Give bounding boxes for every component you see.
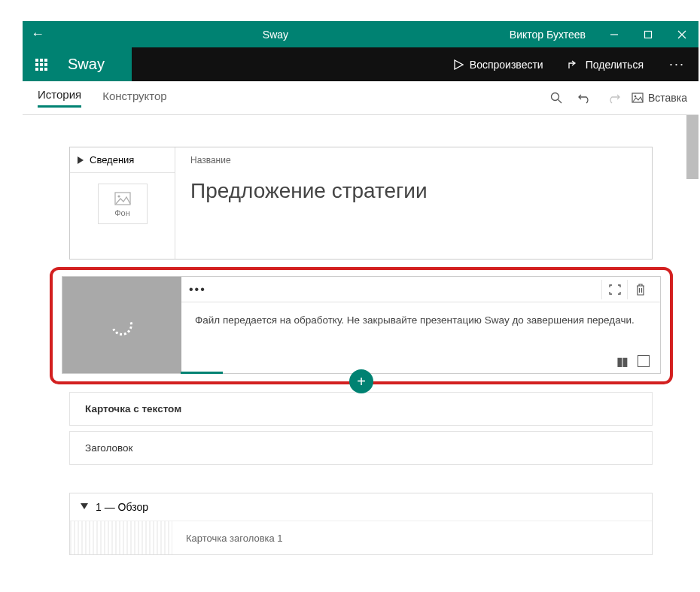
upload-thumbnail	[62, 277, 181, 373]
command-bar-mid	[132, 47, 441, 81]
upload-body: ••• Файл передается на обработку. Не зак…	[181, 277, 660, 373]
focus-button[interactable]	[601, 280, 627, 299]
title-field-label: Название	[190, 155, 637, 165]
redo-button[interactable]	[603, 87, 624, 108]
tab-designer[interactable]: Конструктор	[102, 90, 167, 107]
svg-marker-13	[455, 60, 463, 69]
section-title: 1 — Обзор	[96, 501, 148, 513]
svg-rect-6	[44, 59, 47, 62]
section-card[interactable]: 1 — Обзор Карточка заголовка 1	[69, 493, 653, 555]
tab-bar: История Конструктор Вставка	[23, 81, 698, 115]
minimize-button[interactable]	[597, 21, 631, 47]
upload-message: Файл передается на обработку. Не закрыва…	[181, 302, 660, 349]
share-button[interactable]: Поделиться	[555, 47, 656, 81]
canvas: Сведения Фон Название Предложение страте…	[23, 115, 698, 571]
details-label: Сведения	[90, 154, 134, 165]
share-label: Поделиться	[586, 59, 644, 71]
svg-rect-12	[44, 68, 47, 71]
svg-rect-4	[35, 59, 38, 62]
add-card-button[interactable]: +	[349, 369, 373, 393]
undo-button[interactable]	[574, 87, 595, 108]
app-brand[interactable]: Sway	[60, 47, 132, 81]
close-button[interactable]	[665, 21, 698, 47]
scrollbar[interactable]	[686, 115, 698, 179]
annotation-highlight: ••• Файл передается на обработку. Не зак…	[50, 267, 673, 384]
delete-button[interactable]	[627, 280, 653, 299]
maximize-button[interactable]	[631, 21, 665, 47]
svg-rect-10	[35, 68, 38, 71]
play-icon	[453, 59, 464, 70]
picture-icon	[114, 192, 131, 205]
command-bar: Sway Воспроизвести Поделиться ···	[23, 47, 698, 81]
svg-point-17	[635, 96, 637, 98]
chevron-down-icon	[81, 503, 88, 511]
window-controls	[597, 21, 698, 47]
stop-button[interactable]	[638, 355, 650, 367]
section-body: Карточка заголовка 1	[70, 521, 652, 554]
search-icon	[550, 92, 562, 104]
svg-rect-9	[44, 63, 47, 66]
undo-icon	[578, 92, 592, 104]
title-card-sidebar: Сведения Фон	[70, 147, 175, 259]
background-label: Фон	[114, 208, 130, 217]
svg-rect-11	[40, 68, 43, 71]
more-button[interactable]: ···	[656, 56, 698, 72]
details-toggle[interactable]: Сведения	[70, 147, 175, 173]
tabs: История Конструктор	[23, 81, 167, 114]
play-label: Воспроизвести	[470, 59, 543, 71]
command-bar-right: Воспроизвести Поделиться ···	[441, 47, 698, 81]
svg-point-14	[551, 93, 558, 101]
section-sub: Карточка заголовка 1	[172, 533, 283, 544]
svg-line-15	[558, 100, 562, 104]
text-card[interactable]: Карточка с текстом	[69, 392, 653, 426]
redo-icon	[607, 92, 620, 104]
upload-toolbar: •••	[181, 277, 660, 302]
upload-progress	[181, 372, 223, 374]
trash-icon	[635, 284, 646, 296]
minimize-icon	[610, 30, 619, 39]
waffle-icon	[35, 59, 47, 71]
close-icon	[677, 30, 686, 39]
tab-right-tools: Вставка	[546, 87, 698, 108]
svg-rect-19	[115, 193, 130, 205]
section-header[interactable]: 1 — Обзор	[70, 493, 652, 521]
app-launcher[interactable]	[23, 47, 60, 81]
svg-marker-21	[81, 503, 88, 509]
search-button[interactable]	[546, 87, 567, 108]
svg-rect-7	[35, 63, 38, 66]
svg-rect-8	[40, 63, 43, 66]
image-icon	[632, 93, 644, 103]
section-thumb	[70, 521, 172, 554]
user-name[interactable]: Виктор Бухтеев	[498, 29, 597, 41]
pause-button[interactable]: ▮▮	[616, 354, 627, 369]
upload-card[interactable]: ••• Файл передается на обработку. Не зак…	[62, 276, 661, 374]
tab-story[interactable]: История	[38, 88, 81, 108]
svg-point-20	[117, 195, 120, 197]
heading-card[interactable]: Заголовок	[69, 431, 653, 465]
svg-rect-1	[644, 31, 651, 38]
back-button[interactable]: ←	[23, 26, 53, 42]
chevron-right-icon	[78, 156, 84, 164]
title-heading[interactable]: Предложение стратегии	[190, 179, 637, 203]
upload-footer: ▮▮	[181, 349, 660, 373]
focus-icon	[609, 284, 621, 295]
title-bar: ← Sway Виктор Бухтеев	[23, 21, 698, 47]
title-card[interactable]: Сведения Фон Название Предложение страте…	[69, 147, 653, 260]
insert-button[interactable]: Вставка	[632, 92, 687, 104]
title-card-body: Название Предложение стратегии	[175, 147, 652, 259]
svg-marker-18	[78, 156, 84, 164]
background-picker[interactable]: Фон	[98, 184, 148, 224]
share-icon	[568, 59, 580, 70]
play-button[interactable]: Воспроизвести	[441, 47, 555, 81]
card-more-button[interactable]: •••	[189, 283, 206, 296]
insert-label: Вставка	[648, 92, 687, 104]
svg-rect-5	[40, 59, 43, 62]
spinner-icon	[108, 311, 135, 339]
maximize-icon	[644, 30, 653, 39]
window-title: Sway	[53, 29, 498, 41]
